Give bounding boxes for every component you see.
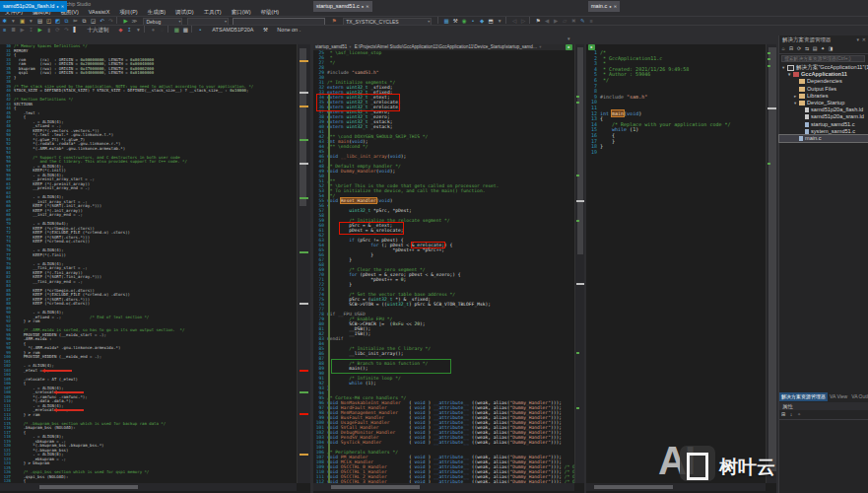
toolbar-separator <box>116 17 120 24</box>
menu-item-3[interactable]: VAssistX <box>84 8 115 16</box>
solution-tree: ▾解决方案"GccApplication11"(1 个项目▾GccApplica… <box>779 64 868 142</box>
editor-startup-samd51[interactable]: 25 * \asf_license_stop26 *27 */2829#incl… <box>313 50 574 483</box>
show-all-files-icon[interactable]: ▤ <box>811 44 819 53</box>
chevron-down-icon: ▾ <box>178 19 180 25</box>
left-editor-hscrollbar[interactable] <box>0 483 297 491</box>
feedback-flag-icon[interactable]: ⚑ <box>330 17 339 25</box>
add-item-icon[interactable]: ▣ <box>18 17 27 25</box>
code-line: 19 <box>586 150 766 156</box>
bookmark-clear-icon[interactable]: ✖ <box>569 17 578 25</box>
bookmark-icon[interactable]: ⚑ <box>534 17 543 25</box>
tool-tab-1[interactable]: VA View <box>828 392 849 401</box>
c-icon <box>805 129 809 134</box>
window-split-icon[interactable]: ⬒ <box>487 17 496 25</box>
property-pages-icon[interactable]: ✦ <box>795 410 803 419</box>
bookmark-next-icon[interactable]: ▶ <box>552 17 561 25</box>
device-programming-icon[interactable]: ▦ <box>442 17 451 25</box>
close-icon[interactable]: ✕ <box>61 4 64 9</box>
paste-icon[interactable]: ◲ <box>89 17 98 25</box>
bookmark-folder-icon[interactable]: ▱ <box>561 17 569 25</box>
tool-tab-2[interactable]: VA Outli <box>849 392 868 401</box>
tree-item-label: GccApplication11 <box>801 71 847 77</box>
properties-icon[interactable]: ✦ <box>819 44 827 53</box>
chevron-down-icon: ▾ <box>428 19 430 25</box>
tree-item-startup_samd51.c[interactable]: startup_samd51.c <box>779 121 868 128</box>
c-icon <box>805 122 809 127</box>
panel-close-icon[interactable]: ✕ <box>862 35 866 44</box>
menu-item-6[interactable]: 调试(D) <box>170 8 199 16</box>
settings-icon[interactable]: ✱ <box>0 17 9 25</box>
chip-icon[interactable]: ▪ <box>469 17 478 25</box>
refresh-icon[interactable]: ⟳ <box>795 44 803 53</box>
sync-active-document-icon[interactable]: ⇆ <box>803 44 811 53</box>
menu-item-4[interactable]: 项目(P) <box>114 8 142 16</box>
panel-dropdown-icon[interactable]: ▾ <box>856 35 859 44</box>
pin-icon[interactable]: ● <box>362 4 364 9</box>
editor-main-c[interactable]: 1/*2 * GccApplication11.c3 *4 * Created:… <box>586 50 766 483</box>
collapse-all-icon[interactable]: ⊟ <box>787 44 795 53</box>
device-tools-icon[interactable]: ⚒ <box>451 17 460 25</box>
open-file-icon[interactable]: ◰ <box>44 17 53 25</box>
save-icon[interactable]: ◩ <box>53 17 62 25</box>
comment-icon[interactable]: ✎ <box>578 17 587 25</box>
tree-item-label: Device_Startup <box>807 100 844 106</box>
properties-toolbar: ⊞↓✦ <box>779 410 868 420</box>
user-tasks-icon[interactable]: ◆ <box>478 17 487 25</box>
folder-open-icon <box>799 101 805 106</box>
code-line: 104void SysTick_Handler ( void ) __attri… <box>313 440 574 445</box>
tree-item-libraries[interactable]: ▸Libraries <box>779 93 868 100</box>
tool-window-tabs: 解决方案资源管理器VA ViewVA Outli <box>779 392 868 401</box>
tree-item-gccapplication11[interactable]: ▾GccApplication11 <box>779 71 868 78</box>
cut-icon[interactable]: ✂ <box>71 17 80 25</box>
more-tools-dropdown-icon[interactable]: ▾ <box>496 17 504 25</box>
tab-samd51p20a-flash-ld[interactable]: samd51p20a_flash.ld●✕ <box>0 1 67 12</box>
close-icon[interactable]: ✕ <box>366 4 368 9</box>
menu-item-9[interactable]: 帮助(H) <box>256 8 285 16</box>
pin-icon[interactable]: ● <box>56 4 58 9</box>
symbol-dropdown[interactable]: startup_samd51 <box>313 44 349 49</box>
menu-bar: 文件(F)编辑(E)视图(V)VAssistX项目(P)生成(B)调试(D)工具… <box>0 8 868 16</box>
tree-item-samd51p20a_flash.ld[interactable]: samd51p20a_flash.ld <box>779 106 868 113</box>
menu-item-8[interactable]: 窗口(W) <box>227 8 256 16</box>
save-all-icon[interactable]: ⧉ <box>62 17 71 25</box>
tree-item--gccapplication11-1-[interactable]: ▾解决方案"GccApplication11"(1 个项目 <box>779 64 868 71</box>
add-item-dropdown-icon[interactable]: ▾ <box>27 17 35 25</box>
solution-search-input[interactable] <box>781 55 865 62</box>
profiler-icon[interactable]: ◉ <box>460 17 469 25</box>
redo-icon[interactable]: ↷ <box>106 17 115 25</box>
new-file-icon[interactable]: ▤ <box>35 17 44 25</box>
categorize-icon[interactable]: ⊞ <box>779 410 787 419</box>
tree-item-samd51p20a_sram.ld[interactable]: samd51p20a_sram.ld <box>779 113 868 120</box>
pin-icon[interactable]: ● <box>609 4 611 9</box>
toolbar-separator <box>505 17 509 24</box>
explorer-home-icon[interactable]: ⌂ <box>779 44 787 53</box>
menu-item-5[interactable]: 生成(B) <box>143 8 170 16</box>
properties-pane: 属性 ⊞↓✦ <box>779 402 868 420</box>
tool-tab-0[interactable]: 解决方案资源管理器 <box>779 392 828 401</box>
settings-dropdown-icon[interactable]: ▾ <box>9 17 18 25</box>
close-icon[interactable]: ✕ <box>614 4 617 9</box>
tree-item-device_startup[interactable]: ▾Device_Startup <box>779 100 868 106</box>
tab-main-c[interactable]: main.c●✕ <box>588 1 620 12</box>
document-dropdown-icon[interactable]: ▾ <box>568 35 570 41</box>
start-debug-icon[interactable]: ▶ <box>121 17 130 25</box>
undo-icon[interactable]: ↶ <box>98 17 106 25</box>
tree-item-main.c[interactable]: main.c <box>779 135 868 142</box>
left-editor-scrollbar[interactable] <box>297 44 311 483</box>
preview-selected-icon[interactable]: ◨ <box>827 44 835 53</box>
file-path-dropdown[interactable]: E:\Projects\Atmel Studio\GccApplication1… <box>353 44 539 49</box>
tree-item-system_samd51.c[interactable]: system_samd51.c <box>779 128 868 135</box>
navigate-next-icon[interactable]: ▷ <box>519 17 528 25</box>
uncomment-icon[interactable]: ≡ <box>587 17 596 25</box>
middle-editor-hscrollbar[interactable] <box>313 483 574 491</box>
menu-item-7[interactable]: 工具(T) <box>199 8 227 16</box>
tree-item-output-files[interactable]: Output Files <box>779 86 868 93</box>
navigate-prev-icon[interactable]: ◁ <box>510 17 519 25</box>
copy-icon[interactable]: ⧉ <box>80 17 89 25</box>
editor-linker-script[interactable]: 30/* Memory Spaces Definitions */31MEMOR… <box>0 44 297 483</box>
quick-launch-icon[interactable]: ≫ <box>130 17 139 25</box>
bookmark-prev-icon[interactable]: ◀ <box>543 17 552 25</box>
sort-alphabetical-icon[interactable]: ↓ <box>787 410 795 419</box>
tree-item-dependencies[interactable]: Dependencies <box>779 78 868 85</box>
tab-startup-samd51-c[interactable]: startup_samd51.c●✕ <box>313 1 372 12</box>
